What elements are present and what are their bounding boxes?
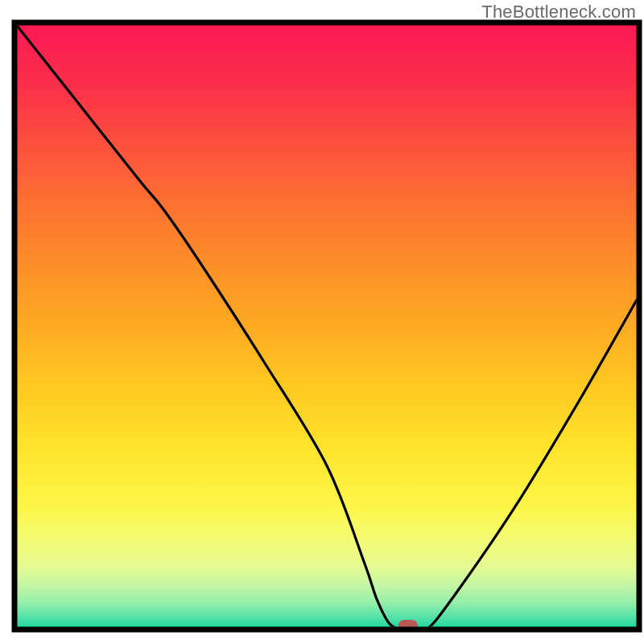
bottleneck-chart: TheBottleneck.com	[0, 0, 644, 644]
gradient-background	[17, 25, 638, 628]
watermark-text: TheBottleneck.com	[481, 2, 636, 23]
chart-svg	[0, 0, 644, 644]
